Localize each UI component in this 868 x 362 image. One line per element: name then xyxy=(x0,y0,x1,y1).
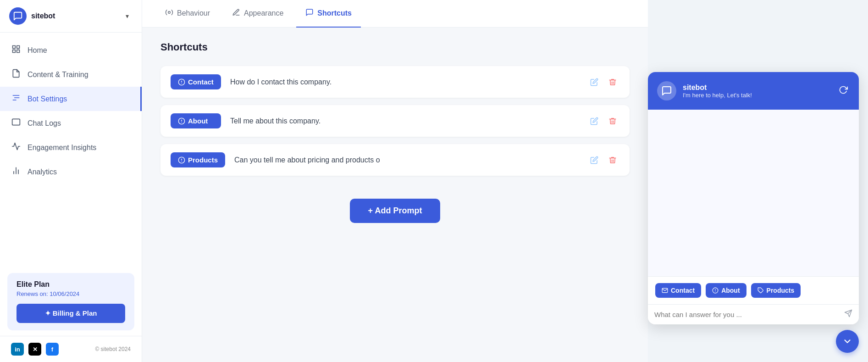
chat-shortcut-contact-label: Contact xyxy=(671,287,695,294)
tab-shortcuts[interactable]: Shortcuts xyxy=(296,0,361,28)
shortcut-contact-actions xyxy=(587,75,619,89)
chat-bot-subtitle: I'm here to help, Let's talk! xyxy=(683,92,830,99)
sidebar-item-content-training[interactable]: Content & Training xyxy=(0,62,142,87)
shortcut-about-edit-btn[interactable] xyxy=(587,114,601,128)
chat-fab-button[interactable] xyxy=(836,330,859,353)
chat-input-row xyxy=(648,304,859,324)
chat-shortcut-products-label: Products xyxy=(767,287,795,294)
shortcut-about-prompt: Tell me about this company. xyxy=(230,117,578,125)
shortcut-products-prompt: Can you tell me about pricing and produc… xyxy=(234,156,578,164)
shortcut-item-about: About Tell me about this company. xyxy=(160,105,630,137)
shortcuts-content-area: Shortcuts Contact How do I contact this … xyxy=(142,28,648,362)
svg-rect-3 xyxy=(13,50,16,53)
home-icon xyxy=(11,45,21,56)
shortcut-products-edit-btn[interactable] xyxy=(587,153,601,167)
tab-appearance[interactable]: Appearance xyxy=(223,0,293,28)
chat-shortcut-contact[interactable]: Contact xyxy=(655,283,701,298)
sidebar-nav: Home Content & Training Bot Settings xyxy=(0,33,142,267)
sidebar-item-home[interactable]: Home xyxy=(0,38,142,62)
chat-refresh-button[interactable] xyxy=(837,84,850,99)
chat-header: sitebot I'm here to help, Let's talk! xyxy=(648,72,859,110)
sidebar-item-analytics[interactable]: Analytics xyxy=(0,160,142,184)
shortcut-about-label: About xyxy=(188,117,208,125)
chat-shortcut-products[interactable]: Products xyxy=(751,283,801,298)
tab-behaviour[interactable]: Behaviour xyxy=(156,0,219,28)
social-icons-group: in ✕ f xyxy=(11,343,59,356)
shortcut-contact-label: Contact xyxy=(188,78,214,86)
sidebar-item-bot-settings[interactable]: Bot Settings xyxy=(0,87,142,111)
sidebar-item-chat-logs-label: Chat Logs xyxy=(28,119,61,128)
sidebar-item-home-label: Home xyxy=(28,46,47,55)
chat-header-info: sitebot I'm here to help, Let's talk! xyxy=(683,84,830,99)
plan-name: Elite Plan xyxy=(17,280,125,289)
shortcut-about-actions xyxy=(587,114,619,128)
sidebar-footer: in ✕ f © sitebot 2024 xyxy=(0,336,142,362)
svg-rect-0 xyxy=(13,46,16,49)
chat-preview-panel: sitebot I'm here to help, Let's talk! Co… xyxy=(648,0,868,362)
sidebar: sitebot ▾ Home Content & Training xyxy=(0,0,142,362)
sidebar-item-engagement-insights[interactable]: Engagement Insights xyxy=(0,135,142,160)
main-content: Behaviour Appearance Shortcuts Shortcuts xyxy=(142,0,648,362)
shortcut-products-delete-btn[interactable] xyxy=(606,153,619,167)
chat-bot-name: sitebot xyxy=(683,84,830,92)
chat-avatar-icon xyxy=(657,81,676,100)
shortcut-contact-edit-btn[interactable] xyxy=(587,75,601,89)
top-tabs-bar: Behaviour Appearance Shortcuts xyxy=(142,0,648,28)
shortcut-contact-prompt: How do I contact this company. xyxy=(230,78,578,86)
engagement-insights-icon xyxy=(11,142,21,153)
shortcut-products-label: Products xyxy=(188,156,218,164)
facebook-icon[interactable]: f xyxy=(46,343,59,356)
tab-shortcuts-label: Shortcuts xyxy=(317,9,352,17)
analytics-icon xyxy=(11,166,21,178)
chat-window: sitebot I'm here to help, Let's talk! Co… xyxy=(648,72,859,324)
bot-settings-icon xyxy=(11,93,21,105)
shortcut-about-delete-btn[interactable] xyxy=(606,114,619,128)
tab-appearance-label: Appearance xyxy=(244,9,283,17)
content-training-icon xyxy=(11,69,21,80)
svg-point-10 xyxy=(168,11,171,14)
sidebar-item-bot-settings-label: Bot Settings xyxy=(28,95,67,103)
shortcut-tag-products: Products xyxy=(171,152,225,167)
chat-shortcut-about-label: About xyxy=(721,287,740,294)
behaviour-tab-icon xyxy=(165,8,173,18)
svg-rect-2 xyxy=(17,50,20,53)
linkedin-icon[interactable]: in xyxy=(11,343,24,356)
appearance-tab-icon xyxy=(232,8,240,18)
chat-input-field[interactable] xyxy=(654,311,840,318)
shortcuts-tab-icon xyxy=(305,8,314,18)
shortcut-contact-delete-btn[interactable] xyxy=(606,75,619,89)
chat-logs-icon xyxy=(11,117,21,129)
sidebar-item-content-training-label: Content & Training xyxy=(28,71,88,79)
shortcut-item-contact: Contact How do I contact this company. xyxy=(160,66,630,98)
footer-copyright: © sitebot 2024 xyxy=(95,346,131,352)
shortcuts-section-title: Shortcuts xyxy=(160,41,630,53)
chat-body xyxy=(648,110,859,276)
svg-rect-1 xyxy=(17,46,20,49)
sidebar-dropdown-btn[interactable]: ▾ xyxy=(122,11,133,22)
sidebar-bot-name: sitebot xyxy=(31,12,117,20)
sidebar-item-engagement-insights-label: Engagement Insights xyxy=(28,144,96,152)
chat-shortcut-pills-row: Contact About Products xyxy=(648,276,859,304)
sidebar-item-analytics-label: Analytics xyxy=(28,168,57,176)
twitter-x-icon[interactable]: ✕ xyxy=(28,343,41,356)
shortcut-tag-contact: Contact xyxy=(171,74,221,89)
shortcut-tag-about: About xyxy=(171,113,221,128)
sidebar-item-chat-logs[interactable]: Chat Logs xyxy=(0,111,142,135)
add-prompt-button[interactable]: + Add Prompt xyxy=(350,199,441,223)
sidebar-plan-card: Elite Plan Renews on: 10/06/2024 ✦ Billi… xyxy=(7,273,134,330)
sidebar-logo-icon xyxy=(9,7,27,25)
shortcut-item-products: Products Can you tell me about pricing a… xyxy=(160,144,630,176)
add-prompt-container: + Add Prompt xyxy=(160,185,630,223)
plan-renew-date: Renews on: 10/06/2024 xyxy=(17,290,125,297)
chat-shortcut-about[interactable]: About xyxy=(706,283,746,298)
billing-plan-button[interactable]: ✦ Billing & Plan xyxy=(17,304,125,323)
chat-send-button[interactable] xyxy=(844,309,852,320)
tab-behaviour-label: Behaviour xyxy=(177,9,210,17)
shortcut-products-actions xyxy=(587,153,619,167)
sidebar-header: sitebot ▾ xyxy=(0,0,142,33)
